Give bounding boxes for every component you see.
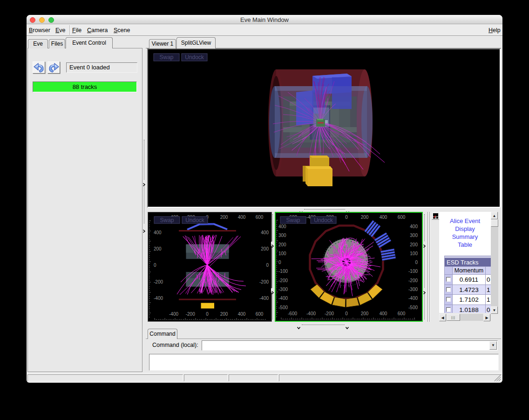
svg-text:400: 400 bbox=[261, 230, 269, 235]
svg-text:0: 0 bbox=[206, 312, 209, 317]
svg-text:-200: -200 bbox=[259, 279, 269, 285]
svg-text:-200: -200 bbox=[186, 312, 195, 317]
svg-text:-400: -400 bbox=[408, 296, 418, 301]
svg-text:400: 400 bbox=[154, 230, 162, 235]
svg-text:-500: -500 bbox=[278, 305, 288, 310]
svg-text:0: 0 bbox=[266, 263, 269, 268]
svg-text:-400: -400 bbox=[154, 296, 163, 301]
svg-text:-200: -200 bbox=[408, 278, 418, 283]
svg-text:-400: -400 bbox=[169, 312, 178, 317]
svg-text:0: 0 bbox=[154, 263, 156, 268]
svg-text:100: 100 bbox=[410, 251, 418, 256]
svg-text:-600: -600 bbox=[288, 311, 297, 316]
svg-text:Swap: Swap bbox=[159, 54, 173, 61]
svg-text:600: 600 bbox=[256, 312, 264, 317]
svg-text:Undock: Undock bbox=[185, 217, 205, 224]
svg-text:400: 400 bbox=[380, 215, 387, 220]
svg-text:400: 400 bbox=[278, 224, 286, 229]
svg-text:200: 200 bbox=[361, 215, 369, 220]
svg-text:300: 300 bbox=[278, 233, 286, 238]
svg-text:Undock: Undock bbox=[314, 217, 333, 224]
svg-text:0: 0 bbox=[278, 260, 281, 265]
svg-text:200: 200 bbox=[261, 246, 269, 251]
svg-text:-400: -400 bbox=[259, 296, 269, 301]
svg-text:-300: -300 bbox=[408, 287, 418, 292]
svg-text:200: 200 bbox=[278, 242, 286, 247]
svg-text:600: 600 bbox=[256, 215, 264, 220]
svg-text:200: 200 bbox=[154, 246, 162, 251]
svg-text:-200: -200 bbox=[278, 278, 288, 283]
svg-text:0: 0 bbox=[345, 215, 348, 220]
svg-text:400: 400 bbox=[238, 215, 246, 220]
svg-text:600: 600 bbox=[398, 215, 406, 220]
svg-text:-200: -200 bbox=[154, 279, 163, 285]
svg-text:-200: -200 bbox=[325, 311, 334, 316]
svg-text:Swap: Swap bbox=[286, 217, 300, 224]
svg-text:-400: -400 bbox=[306, 311, 316, 316]
svg-text:200: 200 bbox=[220, 312, 228, 317]
svg-text:0: 0 bbox=[345, 311, 348, 316]
svg-text:400: 400 bbox=[238, 312, 246, 317]
svg-text:-400: -400 bbox=[278, 296, 288, 301]
svg-text:-300: -300 bbox=[278, 287, 288, 292]
svg-text:400: 400 bbox=[380, 311, 387, 316]
svg-text:200: 200 bbox=[361, 311, 369, 316]
svg-text:200: 200 bbox=[410, 242, 418, 247]
svg-text:200: 200 bbox=[220, 215, 228, 220]
svg-text:300: 300 bbox=[410, 233, 418, 238]
svg-text:Undock: Undock bbox=[185, 54, 204, 61]
svg-text:100: 100 bbox=[278, 251, 286, 256]
svg-text:Swap: Swap bbox=[160, 217, 174, 224]
svg-text:-500: -500 bbox=[408, 305, 418, 310]
svg-text:0: 0 bbox=[415, 260, 418, 265]
svg-text:400: 400 bbox=[410, 224, 418, 229]
svg-text:-100: -100 bbox=[278, 269, 288, 274]
svg-text:-100: -100 bbox=[408, 269, 418, 274]
svg-text:600: 600 bbox=[398, 311, 406, 316]
